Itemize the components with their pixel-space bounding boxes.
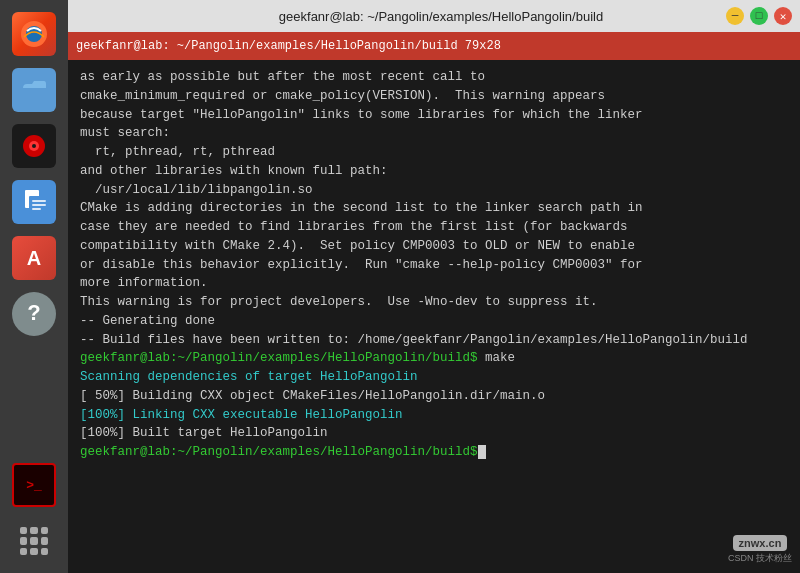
sidebar-item-appstore[interactable]: A (8, 232, 60, 284)
terminal-line: cmake_minimum_required or cmake_policy(V… (80, 87, 788, 106)
terminal-content[interactable]: as early as possible but after the most … (68, 60, 800, 573)
terminal-line: as early as possible but after the most … (80, 68, 788, 87)
terminal-line: Scanning dependencies of target HelloPan… (80, 368, 788, 387)
maximize-button[interactable]: □ (750, 7, 768, 25)
svg-rect-11 (32, 208, 41, 210)
terminal-line: compatibility with CMake 2.4). Set polic… (80, 237, 788, 256)
terminal-line: and other libraries with known full path… (80, 162, 788, 181)
terminal-icon: >_ (12, 463, 56, 507)
watermark-subtext: CSDN 技术粉丝 (728, 552, 792, 565)
sidebar-item-files[interactable] (8, 64, 60, 116)
terminal-line: CMake is adding directories in the secon… (80, 199, 788, 218)
terminal-window: geekfanr@lab: ~/Pangolin/examples/HelloP… (68, 0, 800, 573)
terminal-line: -- Generating done (80, 312, 788, 331)
sidebar-item-grid[interactable] (8, 515, 60, 567)
sidebar-item-record[interactable] (8, 120, 60, 172)
terminal-line: geekfanr@lab:~/Pangolin/examples/HelloPa… (80, 443, 788, 462)
window-title: geekfanr@lab: ~/Pangolin/examples/HelloP… (156, 9, 726, 24)
terminal-line: [100%] Linking CXX executable HelloPango… (80, 406, 788, 425)
terminal-line: or disable this behavior explicitly. Run… (80, 256, 788, 275)
tab-title: geekfanr@lab: ~/Pangolin/examples/HelloP… (76, 39, 501, 53)
window-controls: ─ □ ✕ (726, 7, 792, 25)
terminal-line: [100%] Built target HelloPangolin (80, 424, 788, 443)
tab-bar: geekfanr@lab: ~/Pangolin/examples/HelloP… (68, 32, 800, 60)
terminal-line: -- Build files have been written to: /ho… (80, 331, 788, 350)
svg-point-6 (32, 144, 36, 148)
appstore-icon: A (12, 236, 56, 280)
terminal-line: more information. (80, 274, 788, 293)
svg-rect-9 (32, 200, 46, 202)
title-bar: geekfanr@lab: ~/Pangolin/examples/HelloP… (68, 0, 800, 32)
files-icon (12, 68, 56, 112)
terminal-line: case they are needed to find libraries f… (80, 218, 788, 237)
close-button[interactable]: ✕ (774, 7, 792, 25)
grid-icon (12, 519, 56, 563)
watermark: znwx.cn CSDN 技术粉丝 (728, 535, 792, 565)
terminal-line: must search: (80, 124, 788, 143)
watermark-text: znwx.cn (733, 535, 788, 551)
sidebar-item-help[interactable]: ? (8, 288, 60, 340)
document-icon (12, 180, 56, 224)
sidebar-item-thunderbird[interactable] (8, 8, 60, 60)
terminal-line: This warning is for project developers. … (80, 293, 788, 312)
terminal-line: geekfanr@lab:~/Pangolin/examples/HelloPa… (80, 349, 788, 368)
sidebar-item-document[interactable] (8, 176, 60, 228)
sidebar-item-terminal[interactable]: >_ (8, 459, 60, 511)
svg-rect-3 (23, 88, 45, 100)
sidebar: A ? >_ (0, 0, 68, 573)
thunderbird-icon (12, 12, 56, 56)
terminal-cursor (478, 445, 486, 459)
record-icon (12, 124, 56, 168)
terminal-line: because target "HelloPangolin" links to … (80, 106, 788, 125)
terminal-line: /usr/local/lib/libpangolin.so (80, 181, 788, 200)
help-icon: ? (12, 292, 56, 336)
terminal-line: [ 50%] Building CXX object CMakeFiles/He… (80, 387, 788, 406)
minimize-button[interactable]: ─ (726, 7, 744, 25)
svg-rect-10 (32, 204, 46, 206)
terminal-line: rt, pthread, rt, pthread (80, 143, 788, 162)
